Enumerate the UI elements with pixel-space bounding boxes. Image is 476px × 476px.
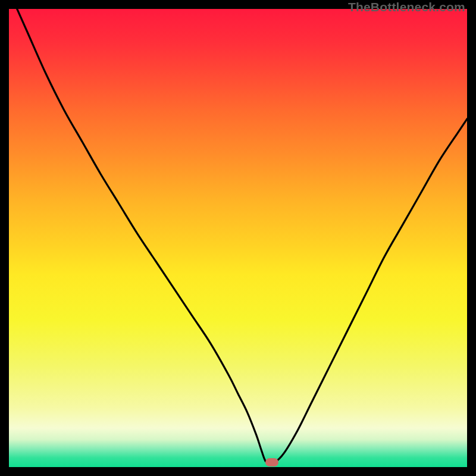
bottleneck-curve: [9, 9, 467, 467]
optimal-marker: [265, 458, 278, 466]
watermark-text: TheBottleneck.com: [348, 0, 465, 14]
chart-frame: TheBottleneck.com: [0, 0, 476, 476]
chart-plot-area: [9, 9, 467, 467]
curve-path: [9, 9, 467, 464]
